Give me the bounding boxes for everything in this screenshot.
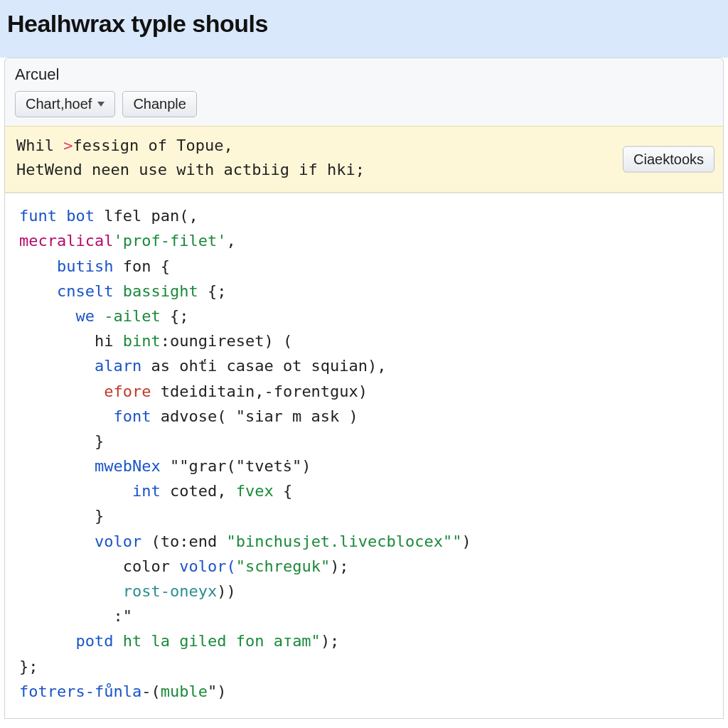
toolbar: Chart,hoef Chanple [15, 91, 713, 117]
panel-title: Arcuel [15, 65, 713, 84]
chart-dropdown-label: Chart,hoef [26, 96, 92, 112]
notice-banner: Whil >fessign of Topue, HetWend neen use… [5, 126, 723, 193]
ciaektooks-button-label: Ciaektooks [633, 151, 704, 167]
chart-dropdown-button[interactable]: Chart,hoef [15, 91, 115, 117]
code-block: funt bot lfel pan(, mecralical'prof-file… [5, 193, 723, 718]
title-bar: Healhwrax typle shouls [0, 0, 728, 58]
panel-header: Arcuel Chart,hoef Chanple [5, 58, 723, 126]
notice-line-2: HetWend neen use with actbiig if hki; [16, 158, 712, 182]
page-title: Healhwrax typle shouls [7, 10, 721, 38]
chanple-button-label: Chanple [133, 96, 186, 112]
notice-line-1: Whil >fessign of Topue, [16, 134, 712, 158]
main-panel: Arcuel Chart,hoef Chanple Whil >fessign … [4, 58, 724, 719]
arrow-icon: > [63, 136, 73, 154]
ciaektooks-button[interactable]: Ciaektooks [623, 146, 714, 173]
chanple-button[interactable]: Chanple [122, 91, 197, 117]
chevron-down-icon [97, 102, 105, 107]
